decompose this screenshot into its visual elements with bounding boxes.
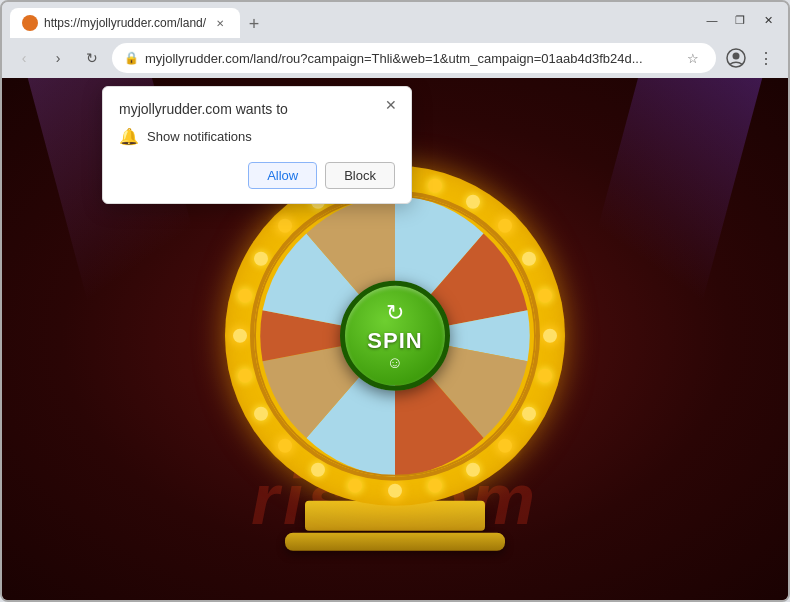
wheel-bulb — [428, 478, 442, 492]
wheel-bulb — [388, 484, 402, 498]
wheel-container: // Generate bulbs via JS after page load — [225, 166, 565, 551]
close-button[interactable]: ✕ — [756, 8, 780, 32]
block-button[interactable]: Block — [325, 162, 395, 189]
address-right-icons: ☆ — [682, 47, 704, 69]
menu-icon[interactable]: ⋮ — [752, 44, 780, 72]
popup-close-button[interactable]: ✕ — [381, 95, 401, 115]
wheel-bulb — [522, 406, 536, 420]
wheel-bulb — [498, 438, 512, 452]
popup-notification-text: Show notifications — [147, 129, 252, 144]
toolbar-icons: ⋮ — [722, 44, 780, 72]
star-icon[interactable]: ☆ — [682, 47, 704, 69]
maximize-button[interactable]: ❐ — [728, 8, 752, 32]
wheel-bulb — [238, 369, 252, 383]
wheel-bulb — [278, 219, 292, 233]
allow-button[interactable]: Allow — [248, 162, 317, 189]
spin-label: SPIN — [367, 328, 422, 354]
address-text: myjollyrudder.com/land/rou?campaign=Thli… — [145, 51, 676, 66]
wheel-bulb — [311, 463, 325, 477]
tab-strip: https://myjollyrudder.com/land/ ✕ + — [10, 2, 696, 38]
wheel-bulb — [522, 251, 536, 265]
wheel-base — [285, 533, 505, 551]
wheel-bulb — [238, 289, 252, 303]
svg-point-1 — [733, 53, 740, 60]
address-bar: ‹ › ↻ 🔒 myjollyrudder.com/land/rou?campa… — [2, 38, 788, 78]
wheel-bulb — [466, 195, 480, 209]
content-area: risn.om // Generate bulbs via JS after p… — [2, 78, 788, 600]
wheel-bulb — [538, 289, 552, 303]
notification-popup: ✕ myjollyrudder.com wants to 🔔 Show noti… — [102, 86, 412, 204]
wheel-bulb — [348, 478, 362, 492]
popup-buttons: Allow Block — [119, 162, 395, 189]
spin-smile-icon: ☺ — [387, 354, 403, 372]
profile-icon[interactable] — [722, 44, 750, 72]
address-field[interactable]: 🔒 myjollyrudder.com/land/rou?campaign=Th… — [112, 43, 716, 73]
wheel-bulb — [278, 438, 292, 452]
lock-icon: 🔒 — [124, 51, 139, 65]
wheel-outer: // Generate bulbs via JS after page load — [225, 166, 565, 506]
title-bar: https://myjollyrudder.com/land/ ✕ + — ❐ … — [2, 2, 788, 38]
window-controls: — ❐ ✕ — [700, 8, 780, 32]
wheel-bulb — [254, 251, 268, 265]
tab-title: https://myjollyrudder.com/land/ — [44, 16, 206, 30]
tab-close-button[interactable]: ✕ — [212, 15, 228, 31]
popup-title: myjollyrudder.com wants to — [119, 101, 395, 117]
tab-favicon — [22, 15, 38, 31]
spin-button[interactable]: ↻ SPIN ☺ — [340, 281, 450, 391]
spin-arrows-icon: ↻ — [386, 300, 404, 326]
wheel-bulb — [233, 329, 247, 343]
wheel-bulb — [538, 369, 552, 383]
forward-button[interactable]: › — [44, 44, 72, 72]
wheel-bulb — [428, 179, 442, 193]
spotlight-right — [571, 78, 765, 358]
bell-icon: 🔔 — [119, 127, 139, 146]
wheel-bulb — [543, 329, 557, 343]
popup-notification-row: 🔔 Show notifications — [119, 127, 395, 146]
minimize-button[interactable]: — — [700, 8, 724, 32]
wheel-bulb — [254, 406, 268, 420]
new-tab-button[interactable]: + — [240, 10, 268, 38]
wheel-bulb — [498, 219, 512, 233]
back-button[interactable]: ‹ — [10, 44, 38, 72]
active-tab[interactable]: https://myjollyrudder.com/land/ ✕ — [10, 8, 240, 38]
browser-window: https://myjollyrudder.com/land/ ✕ + — ❐ … — [0, 0, 790, 602]
wheel-bulb — [466, 463, 480, 477]
refresh-button[interactable]: ↻ — [78, 44, 106, 72]
